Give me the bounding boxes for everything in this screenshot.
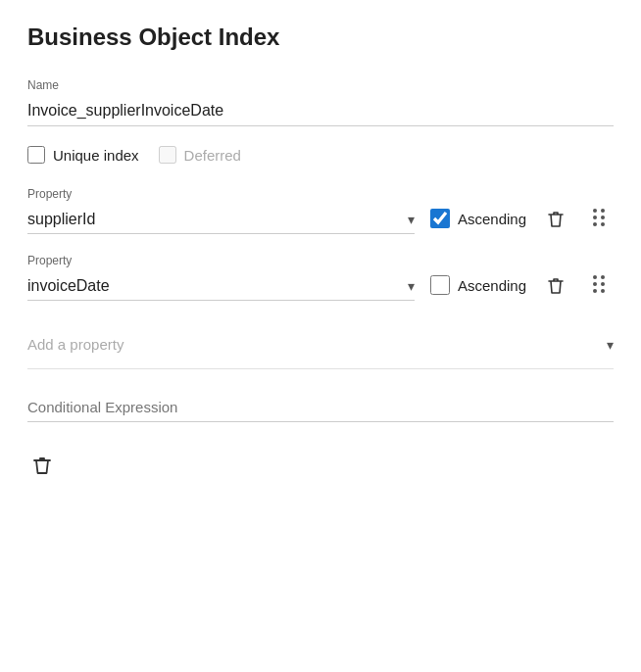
- deferred-label: Deferred: [184, 147, 241, 164]
- name-input[interactable]: [27, 96, 614, 126]
- property-row-2: Property invoiceDate ▾ Ascending: [27, 254, 614, 301]
- delete-index-button[interactable]: [27, 450, 57, 481]
- deferred-checkbox-item[interactable]: Deferred: [159, 146, 241, 164]
- name-field-group: Name: [27, 78, 614, 126]
- drag-property-2-button[interactable]: [585, 267, 614, 301]
- drag-icon-1: [589, 205, 610, 230]
- name-label: Name: [27, 78, 614, 92]
- ascending-checkbox-2[interactable]: [430, 275, 450, 295]
- property-select-wrapper-1: supplierId ▾: [27, 205, 415, 234]
- checkbox-row: Unique index Deferred: [27, 146, 614, 164]
- property-chevron-1: ▾: [408, 212, 415, 227]
- ascending-label-2: Ascending: [458, 277, 526, 294]
- trash-icon-2: [546, 275, 566, 297]
- add-property-chevron-icon: ▾: [607, 337, 614, 353]
- conditional-expression-input[interactable]: [27, 393, 614, 422]
- property-select-2[interactable]: invoiceDate: [27, 277, 408, 294]
- property-select-1[interactable]: supplierId: [27, 211, 408, 227]
- unique-index-label: Unique index: [53, 147, 139, 164]
- ascending-row-2: Ascending: [430, 275, 526, 301]
- trash-icon-1: [546, 209, 566, 230]
- property-label-2: Property: [27, 254, 415, 267]
- conditional-expression-group: [27, 393, 614, 422]
- unique-index-checkbox-item[interactable]: Unique index: [27, 146, 139, 164]
- add-property-row[interactable]: Add a property ▾: [27, 320, 614, 369]
- property-select-group-2: Property invoiceDate ▾: [27, 254, 415, 301]
- unique-index-checkbox[interactable]: [27, 146, 45, 164]
- drag-icon-2: [589, 271, 610, 297]
- deferred-checkbox[interactable]: [159, 146, 176, 164]
- property-select-group-1: Property supplierId ▾: [27, 187, 415, 234]
- delete-property-2-button[interactable]: [542, 271, 569, 301]
- ascending-label-1: Ascending: [458, 211, 526, 227]
- ascending-checkbox-1[interactable]: [430, 209, 450, 228]
- add-property-label: Add a property: [27, 336, 123, 353]
- drag-property-1-button[interactable]: [585, 201, 614, 234]
- property-chevron-2: ▾: [408, 278, 415, 294]
- property-select-wrapper-2: invoiceDate ▾: [27, 271, 415, 301]
- bottom-actions: [27, 450, 614, 481]
- page-title: Business Object Index: [27, 24, 614, 51]
- ascending-row-1: Ascending: [430, 209, 526, 234]
- delete-index-trash-icon: [31, 454, 53, 477]
- delete-property-1-button[interactable]: [542, 205, 569, 234]
- property-row-1: Property supplierId ▾ Ascending: [27, 187, 614, 234]
- property-label-1: Property: [27, 187, 415, 201]
